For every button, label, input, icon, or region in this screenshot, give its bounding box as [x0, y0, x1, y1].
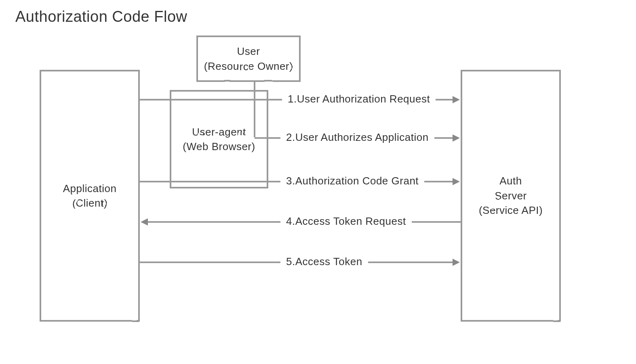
box-user-line1: User — [237, 44, 260, 59]
label-step4: 4.Access Token Request — [280, 215, 412, 228]
label-step1: 1.User Authorization Request — [282, 93, 436, 105]
box-user-agent-line1: User-agent — [192, 125, 246, 139]
box-auth-server-line3: (Service API) — [479, 203, 543, 218]
arrow-step3-head — [453, 178, 460, 185]
box-application-line2: (Client) — [72, 196, 107, 210]
arrow-step1-head — [453, 96, 460, 103]
box-auth-server-line1: Auth — [499, 174, 522, 188]
box-application-line1: Application — [63, 181, 117, 196]
label-step3: 3.Authorization Code Grant — [280, 175, 424, 187]
box-auth-server-line2: Server — [495, 188, 527, 203]
box-application: Application (Client) — [40, 70, 140, 322]
arrow-step5-head — [453, 259, 460, 266]
box-user-agent-line2: (Web Browser) — [183, 139, 255, 154]
box-auth-server: Auth Server (Service API) — [461, 70, 561, 322]
label-step5: 5.Access Token — [280, 255, 368, 268]
box-user: User (Resource Owner) — [196, 36, 301, 82]
box-user-line2: (Resource Owner) — [204, 59, 293, 73]
diagram-canvas: Application (Client) User (Resource Owne… — [0, 0, 636, 364]
arrow-step4-head — [141, 218, 148, 226]
arrow-step2-head — [453, 134, 460, 142]
connector-user-to-agent — [254, 82, 255, 137]
label-step2: 2.User Authorizes Application — [280, 131, 434, 144]
